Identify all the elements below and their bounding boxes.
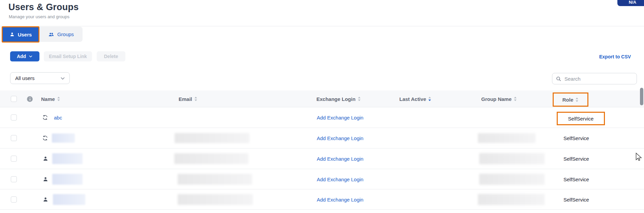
- redacted-name: [53, 194, 85, 205]
- export-to-csv-link[interactable]: Export to CSV: [599, 54, 631, 59]
- tab-users[interactable]: Users: [2, 26, 39, 43]
- group-icon: [48, 32, 54, 37]
- email-setup-link-button: Email Setup Link: [44, 51, 92, 61]
- vertical-scrollbar-thumb[interactable]: [640, 88, 643, 105]
- row-checkbox[interactable]: [11, 196, 17, 203]
- redacted-name: [52, 134, 75, 143]
- tab-users-label: Users: [18, 32, 32, 37]
- row-checkbox[interactable]: [11, 176, 17, 182]
- user-filter-dropdown[interactable]: All users: [10, 72, 70, 84]
- column-header-name-label: Name: [41, 96, 55, 102]
- redacted-email: [174, 153, 248, 164]
- search-input[interactable]: [564, 76, 633, 82]
- sort-icon: [57, 96, 60, 101]
- redacted-email: [178, 194, 253, 205]
- search-icon: [556, 76, 561, 82]
- row-checkbox-wrap: [11, 156, 17, 162]
- table-row: abc Add Exchange Login SelfService: [0, 107, 644, 128]
- redacted-group-name: [478, 133, 535, 143]
- chevron-down-icon: [29, 54, 33, 58]
- row-checkbox-wrap: [11, 176, 17, 182]
- column-header-exchange-login[interactable]: Exchange Login: [316, 96, 361, 102]
- redacted-name: [52, 174, 83, 185]
- redacted-name: [52, 153, 83, 164]
- column-header-group-name-label: Group Name: [481, 96, 512, 102]
- add-exchange-login-link[interactable]: Add Exchange Login: [317, 135, 363, 141]
- delete-button-label: Delete: [104, 54, 118, 59]
- column-header-role[interactable]: Role: [553, 92, 588, 107]
- redacted-group-name: [479, 174, 545, 185]
- role-value-highlighted: SelfService: [557, 112, 605, 125]
- delete-button: Delete: [97, 51, 125, 61]
- row-checkbox[interactable]: [11, 135, 17, 141]
- add-button-label: Add: [17, 54, 26, 59]
- add-exchange-login-link[interactable]: Add Exchange Login: [317, 196, 363, 202]
- add-exchange-login-link[interactable]: Add Exchange Login: [317, 176, 363, 182]
- page-subtitle: Manage your users and groups: [9, 14, 69, 19]
- column-header-exchange-login-label: Exchange Login: [316, 96, 356, 102]
- table-row: Add Exchange Login SelfService: [0, 169, 644, 189]
- column-header-last-active[interactable]: Last Active: [399, 96, 431, 102]
- select-all-checkbox[interactable]: [11, 96, 17, 102]
- column-header-email-label: Email: [179, 96, 192, 102]
- table-header: Name Email Exchange Login Last Active Gr…: [0, 90, 644, 107]
- row-checkbox-wrap: [11, 196, 17, 203]
- user-filter-value: All users: [15, 75, 60, 81]
- sync-icon: [42, 114, 49, 121]
- page-title: Users & Groups: [8, 2, 79, 12]
- sync-icon: [42, 135, 49, 141]
- sort-icon: [358, 96, 361, 101]
- sort-icon: [514, 96, 517, 101]
- row-checkbox-wrap: [11, 114, 17, 121]
- sort-icon: [575, 97, 579, 102]
- chevron-down-icon: [60, 76, 65, 81]
- header-divider: [0, 26, 644, 26]
- row-checkbox[interactable]: [11, 114, 17, 121]
- sort-icon-active-desc: [428, 96, 431, 101]
- search-field[interactable]: [552, 73, 637, 84]
- column-header-group-name[interactable]: Group Name: [481, 96, 517, 102]
- email-setup-link-label: Email Setup Link: [49, 54, 87, 59]
- redacted-email: [178, 174, 252, 185]
- redacted-email: [175, 133, 249, 143]
- table-row: Add Exchange Login SelfService: [0, 189, 644, 210]
- user-icon: [42, 156, 49, 162]
- column-header-name[interactable]: Name: [41, 96, 60, 102]
- user-icon: [9, 32, 15, 37]
- role-value: SelfService: [563, 176, 589, 182]
- sort-icon: [194, 96, 197, 101]
- user-icon: [42, 196, 49, 203]
- tab-groups[interactable]: Groups: [39, 27, 83, 42]
- tab-groups-label: Groups: [57, 31, 74, 37]
- role-value: SelfService: [563, 156, 589, 162]
- mouse-cursor-icon: [636, 153, 642, 163]
- info-icon[interactable]: [27, 96, 33, 102]
- row-checkbox[interactable]: [11, 156, 17, 162]
- redacted-group-name: [478, 194, 545, 205]
- redacted-group-name: [479, 153, 545, 164]
- add-exchange-login-link[interactable]: Add Exchange Login: [317, 156, 363, 162]
- table-row: Add Exchange Login SelfService: [0, 149, 644, 169]
- add-exchange-login-link[interactable]: Add Exchange Login: [317, 115, 363, 121]
- na-badge: N/A: [617, 0, 644, 6]
- column-header-role-label: Role: [562, 97, 574, 103]
- column-header-email[interactable]: Email: [179, 96, 197, 102]
- user-name-link[interactable]: abc: [54, 115, 62, 121]
- table-row: Add Exchange Login SelfService: [0, 128, 644, 149]
- role-value: SelfService: [563, 135, 589, 141]
- add-button[interactable]: Add: [10, 51, 39, 61]
- role-value: SelfService: [563, 196, 589, 202]
- user-icon: [42, 176, 49, 182]
- column-header-last-active-label: Last Active: [399, 96, 426, 102]
- row-checkbox-wrap: [11, 135, 17, 141]
